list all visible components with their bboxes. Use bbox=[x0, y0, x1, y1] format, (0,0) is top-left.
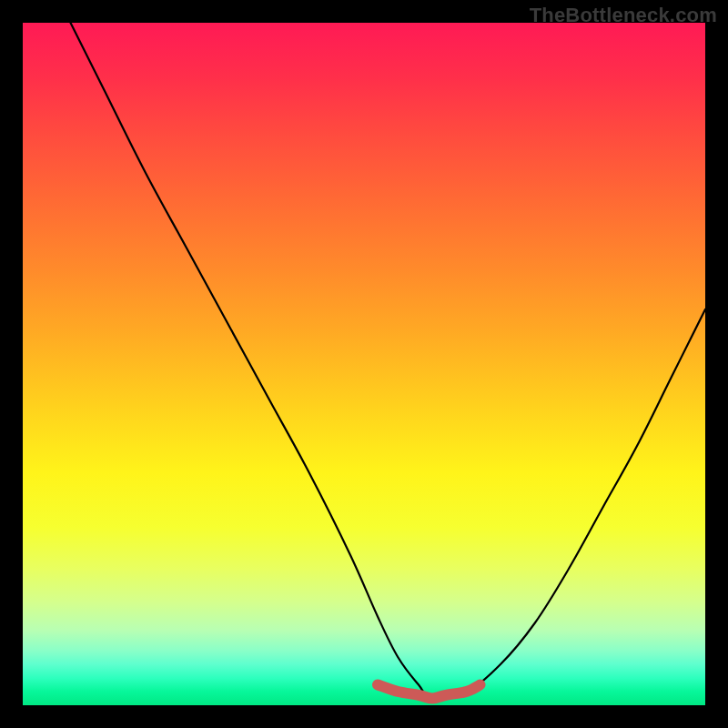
curve-layer bbox=[23, 23, 705, 705]
bottleneck-curve bbox=[71, 23, 706, 699]
watermark-text: TheBottleneck.com bbox=[530, 4, 717, 27]
plot-area bbox=[23, 23, 705, 705]
optimal-plateau-marker bbox=[378, 685, 480, 699]
chart-frame: TheBottleneck.com bbox=[0, 0, 728, 728]
